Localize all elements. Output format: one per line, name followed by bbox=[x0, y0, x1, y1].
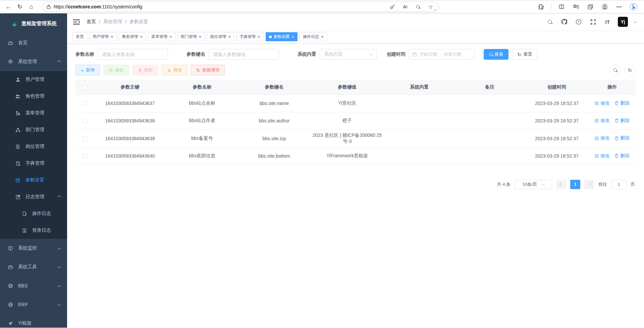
address-bar[interactable]: https://ccnetcore.com:1101/system/config… bbox=[42, 2, 439, 12]
sidebar-item-home[interactable]: 首页 bbox=[0, 34, 67, 52]
close-icon[interactable]: × bbox=[140, 35, 143, 39]
sidebar-item-param-settings[interactable]: 参数设置 bbox=[0, 172, 67, 188]
collections-icon[interactable] bbox=[572, 2, 580, 11]
close-icon[interactable]: × bbox=[321, 35, 324, 39]
tab-home[interactable]: 首页 bbox=[72, 32, 87, 41]
sidebar-item-erp[interactable]: ERP bbox=[0, 295, 67, 314]
close-icon[interactable]: × bbox=[199, 35, 202, 39]
param-name-input[interactable] bbox=[98, 49, 168, 60]
chevron-up-icon bbox=[58, 195, 61, 199]
delete-row-link[interactable]: 删除 bbox=[614, 135, 630, 141]
close-icon[interactable]: × bbox=[292, 35, 294, 39]
export-button[interactable]: 导出 bbox=[162, 65, 187, 75]
bing-discover-icon[interactable] bbox=[629, 2, 638, 11]
tab-dict-management[interactable]: 字典管理× bbox=[236, 32, 264, 41]
edit-icon bbox=[109, 68, 113, 72]
row-checkbox[interactable] bbox=[83, 119, 87, 123]
help-icon[interactable]: ? bbox=[575, 18, 583, 26]
param-id-cell: 1641030593384943639 bbox=[94, 129, 166, 147]
date-range-picker[interactable]: 开始日期 - 结束日期 bbox=[409, 49, 474, 60]
sidebar-item-role-management[interactable]: 角色管理 bbox=[0, 88, 67, 105]
edit-button[interactable]: 修改 bbox=[103, 65, 129, 75]
sidebar-item-user-management[interactable]: 用户管理 bbox=[0, 71, 67, 88]
sidebar-item-system-tools[interactable]: 系统工具 bbox=[0, 258, 67, 276]
profile-avatar[interactable] bbox=[600, 2, 609, 11]
browser-refresh-button[interactable]: ↻ bbox=[14, 1, 25, 12]
add-button[interactable]: +新增 bbox=[75, 65, 100, 75]
close-icon[interactable]: × bbox=[111, 35, 113, 39]
table-toolbar: +新增 修改 删除 导出 ↻ 刷新缓存 bbox=[75, 64, 636, 76]
browser-menu-icon[interactable]: ⋯ bbox=[615, 2, 624, 11]
row-checkbox[interactable] bbox=[83, 136, 87, 141]
edit-row-link[interactable]: 修改 bbox=[595, 118, 610, 124]
close-icon[interactable]: × bbox=[258, 35, 260, 39]
page-size-select[interactable]: 10条/页 bbox=[515, 180, 552, 189]
tab-role-management[interactable]: 角色管理× bbox=[119, 32, 146, 41]
toolbar-divider bbox=[551, 4, 551, 10]
tab-param-settings[interactable]: 参数设置× bbox=[266, 32, 298, 41]
sidebar-item-menu-management[interactable]: 菜单管理 bbox=[0, 105, 67, 121]
delete-row-link[interactable]: 删除 bbox=[614, 153, 630, 159]
sidebar-item-yi-framework[interactable]: Yi框架 bbox=[0, 314, 67, 328]
row-checkbox[interactable] bbox=[83, 101, 87, 106]
password-key-icon[interactable] bbox=[389, 3, 396, 10]
actions-cell: 修改删除 bbox=[589, 147, 636, 165]
edit-row-link[interactable]: 修改 bbox=[595, 100, 610, 106]
breadcrumb-system[interactable]: 系统管理 bbox=[103, 19, 122, 25]
delete-row-link[interactable]: 删除 bbox=[614, 118, 630, 124]
user-avatar[interactable]: Yj bbox=[618, 17, 628, 27]
prev-page-button[interactable] bbox=[556, 180, 566, 189]
fullscreen-icon[interactable] bbox=[589, 18, 597, 26]
browser-back-button[interactable]: ← bbox=[3, 1, 14, 12]
tab-post-management[interactable]: 岗位管理× bbox=[207, 32, 234, 41]
edit-row-link[interactable]: 修改 bbox=[595, 135, 610, 141]
sidebar-item-dict-management[interactable]: 字典管理 bbox=[0, 155, 67, 172]
split-screen-icon[interactable] bbox=[557, 2, 566, 11]
tab-dept-management[interactable]: 部门管理× bbox=[177, 32, 205, 41]
param-key-input[interactable] bbox=[209, 49, 279, 60]
new-tab-group-icon[interactable] bbox=[586, 2, 595, 11]
search-button[interactable]: 搜索 bbox=[484, 49, 508, 60]
sidebar-item-system-monitor[interactable]: 系统监控 bbox=[0, 239, 67, 258]
app-logo[interactable]: 意框架管理系统 bbox=[0, 13, 67, 34]
github-icon[interactable] bbox=[560, 18, 568, 26]
tab-user-management[interactable]: 用户管理× bbox=[89, 32, 117, 41]
close-icon[interactable]: × bbox=[169, 35, 172, 39]
toolbox-icon bbox=[7, 265, 13, 270]
sidebar-item-bbs[interactable]: BBS bbox=[0, 276, 67, 295]
read-aloud-icon[interactable]: A) bbox=[401, 3, 409, 10]
builtin-select[interactable]: 系统内置 bbox=[320, 49, 377, 60]
font-size-icon[interactable]: tT bbox=[603, 18, 611, 26]
zoom-out-icon[interactable] bbox=[414, 3, 422, 10]
refresh-cache-button[interactable]: ↻ 刷新缓存 bbox=[191, 65, 225, 75]
user-menu-caret-icon[interactable] bbox=[634, 20, 637, 23]
goto-label: 前往 bbox=[598, 181, 607, 187]
collapse-sidebar-icon[interactable] bbox=[73, 18, 80, 25]
next-page-button[interactable] bbox=[584, 180, 594, 189]
extensions-icon[interactable] bbox=[537, 2, 545, 11]
delete-row-link[interactable]: 删除 bbox=[614, 100, 630, 106]
sidebar: 意框架管理系统 首页 ⚙ 系统管理 用户管理 bbox=[0, 13, 67, 328]
select-all-checkbox[interactable] bbox=[83, 85, 87, 90]
close-icon[interactable]: × bbox=[228, 35, 231, 39]
add-favorite-icon[interactable]: ☆+ bbox=[427, 3, 434, 10]
goto-page-input[interactable] bbox=[611, 180, 627, 189]
tab-menu-management[interactable]: 菜单管理× bbox=[148, 32, 175, 41]
sidebar-item-operation-log[interactable]: 操作日志 bbox=[0, 205, 67, 222]
sidebar-item-system-management[interactable]: ⚙ 系统管理 bbox=[0, 52, 67, 71]
edit-row-link[interactable]: 修改 bbox=[595, 153, 610, 159]
sidebar-item-post-management[interactable]: 岗位管理 bbox=[0, 138, 67, 155]
sidebar-item-login-log[interactable]: 登录日志 bbox=[0, 222, 67, 239]
breadcrumb-home[interactable]: 首页 bbox=[87, 19, 96, 25]
reset-button[interactable]: ↻ 重置 bbox=[512, 49, 538, 60]
delete-button[interactable]: 删除 bbox=[132, 65, 158, 75]
browser-home-button[interactable]: ⌂ bbox=[25, 1, 37, 12]
sidebar-item-log-management[interactable]: 日志管理 bbox=[0, 188, 67, 205]
page-number-button[interactable]: 1 bbox=[570, 180, 580, 189]
refresh-table-button[interactable]: ↻ bbox=[624, 64, 636, 76]
row-checkbox[interactable] bbox=[83, 154, 87, 159]
show-search-toggle-button[interactable] bbox=[609, 64, 621, 76]
tab-operation-log[interactable]: 操作日志× bbox=[300, 32, 327, 41]
sidebar-item-dept-management[interactable]: 部门管理 bbox=[0, 121, 67, 138]
header-search-icon[interactable] bbox=[546, 18, 554, 26]
